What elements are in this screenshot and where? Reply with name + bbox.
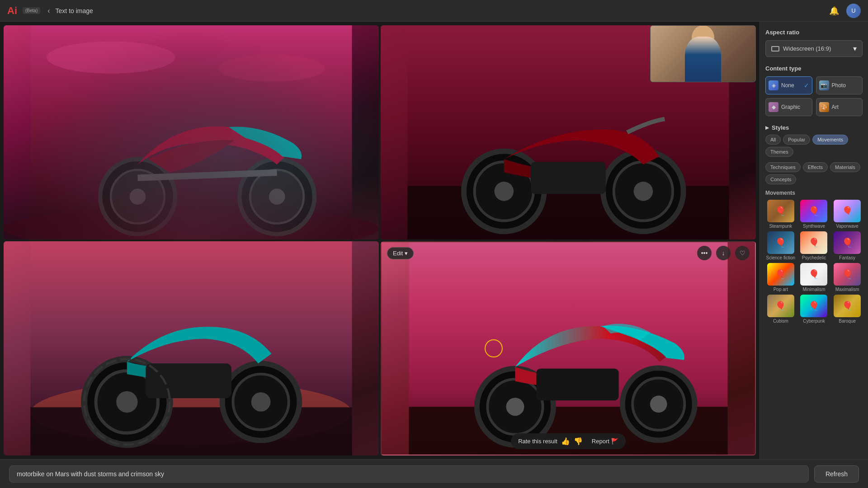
maximalism-decoration: 🎈	[834, 263, 861, 286]
filter-materials[interactable]: Materials	[830, 162, 860, 172]
content-type-art[interactable]: 🎨 Art	[816, 98, 863, 116]
content-type-photo[interactable]: 📷 Photo	[816, 76, 863, 94]
webcam-overlay	[650, 25, 756, 82]
steampunk-label: Steampunk	[769, 224, 793, 229]
minimalism-decoration: 🎈	[800, 263, 827, 286]
filter-popular[interactable]: Popular	[783, 135, 810, 145]
rate-bar: Rate this result 👍 👎 Report 🚩	[511, 433, 626, 449]
style-thumb-steampunk: 🎈	[767, 200, 794, 222]
synthwave-decoration: 🎈	[800, 200, 827, 222]
cyberpunk-label: Cyberpunk	[803, 319, 825, 324]
style-item-cubism[interactable]: 🎈 Cubism	[765, 295, 796, 324]
style-thumb-maximalism: 🎈	[834, 263, 861, 286]
filter-concepts[interactable]: Concepts	[765, 174, 796, 184]
none-check: ✓	[804, 82, 809, 89]
main-layout: Edit ▾ ••• ↓ ♡ Rate this result 👍 👎 R	[0, 22, 868, 459]
style-item-vaporwave[interactable]: 🎈 Vaporwave	[832, 200, 863, 229]
synthwave-label: Synthwave	[803, 224, 825, 229]
more-options-button[interactable]: •••	[697, 246, 712, 260]
webcam-person-body	[685, 37, 721, 82]
minimalism-label: Minimalism	[802, 287, 825, 292]
thumbs-down-button[interactable]: 👎	[574, 437, 583, 446]
graphic-label: Graphic	[781, 104, 800, 110]
edit-button[interactable]: Edit ▾	[387, 247, 414, 259]
style-thumb-scifi: 🎈	[767, 231, 794, 254]
fantasy-decoration: 🎈	[834, 231, 861, 254]
right-panel: Aspect ratio Widescreen (16:9) ▾ Content…	[760, 22, 868, 459]
style-item-cyberpunk[interactable]: 🎈 Cyberpunk	[799, 295, 830, 324]
filter-movements[interactable]: Movements	[812, 135, 848, 145]
style-item-maximalism[interactable]: 🎈 Maximalism	[832, 263, 863, 292]
refresh-button[interactable]: Refresh	[814, 465, 859, 483]
svg-point-4	[130, 188, 146, 205]
style-item-baroque[interactable]: 🎈 Baroque	[832, 295, 863, 324]
motorcycle-image-bl	[4, 241, 379, 455]
svg-rect-19	[531, 162, 606, 194]
popart-decoration: 🎈	[767, 263, 794, 286]
favorite-button[interactable]: ♡	[735, 246, 750, 260]
report-button[interactable]: Report 🚩	[586, 438, 618, 445]
svg-point-38	[650, 396, 667, 413]
svg-point-18	[634, 182, 653, 201]
style-item-minimalism[interactable]: 🎈 Minimalism	[799, 263, 830, 292]
filter-techniques[interactable]: Techniques	[765, 162, 801, 172]
none-icon: ◈	[769, 80, 778, 90]
report-label: Report	[592, 438, 609, 445]
svg-point-25	[116, 391, 137, 413]
image-cell-bottom-left[interactable]	[4, 241, 379, 455]
image-cell-bottom-right[interactable]: Edit ▾ ••• ↓ ♡ Rate this result 👍 👎 R	[381, 241, 756, 455]
art-icon: 🎨	[819, 102, 829, 112]
movements-title: Movements	[765, 190, 863, 196]
filter-effects[interactable]: Effects	[803, 162, 828, 172]
adobe-logo: Ai	[7, 5, 17, 17]
style-thumb-cubism: 🎈	[767, 295, 794, 317]
image-cell-top-left[interactable]	[4, 25, 379, 239]
prompt-input[interactable]	[9, 465, 809, 483]
steampunk-decoration: 🎈	[767, 200, 794, 222]
notification-icon[interactable]: 🔔	[829, 6, 839, 16]
avatar[interactable]: U	[846, 4, 861, 18]
svg-point-15	[494, 182, 514, 201]
style-filters-row1: All Popular Movements Themes	[765, 135, 863, 157]
edit-label: Edit	[393, 250, 403, 257]
style-thumb-cyberpunk: 🎈	[800, 295, 827, 317]
style-filters-row2: Techniques Effects Materials Concepts	[765, 162, 863, 184]
svg-point-2	[100, 159, 175, 234]
vaporwave-label: Vaporwave	[836, 224, 859, 229]
content-type-graphic[interactable]: ◆ Graphic	[765, 98, 812, 116]
content-type-none[interactable]: ◈ None ✓	[765, 76, 812, 94]
style-item-steampunk[interactable]: 🎈 Steampunk	[765, 200, 796, 229]
aspect-ratio-selected: Widescreen (16:9)	[771, 45, 831, 52]
svg-point-1	[4, 207, 379, 239]
style-thumb-synthwave: 🎈	[800, 200, 827, 222]
style-item-synthwave[interactable]: 🎈 Synthwave	[799, 200, 830, 229]
styles-section-title: Styles	[765, 124, 863, 131]
back-button[interactable]: ‹	[47, 7, 50, 15]
maximalism-label: Maximalism	[835, 287, 859, 292]
svg-point-9	[47, 42, 175, 74]
svg-point-28	[251, 392, 271, 412]
svg-point-3	[111, 170, 165, 224]
aspect-ratio-dropdown[interactable]: Widescreen (16:9) ▾	[765, 40, 863, 57]
filter-all[interactable]: All	[765, 135, 781, 145]
thumbs-up-button[interactable]: 👍	[561, 437, 570, 446]
none-label: None	[781, 82, 794, 89]
style-thumb-vaporwave: 🎈	[834, 200, 861, 222]
psychedelic-decoration: 🎈	[800, 231, 827, 254]
styles-label: Styles	[772, 124, 789, 131]
filter-themes[interactable]: Themes	[765, 147, 793, 157]
style-item-psychedelic[interactable]: 🎈 Psychedelic	[799, 231, 830, 260]
style-item-science-fiction[interactable]: 🎈 Science fiction	[765, 231, 796, 260]
svg-point-6	[250, 170, 304, 224]
baroque-label: Baroque	[839, 319, 856, 324]
style-item-pop-art[interactable]: 🎈 Pop art	[765, 263, 796, 292]
psychedelic-label: Psychedelic	[802, 255, 826, 260]
download-button[interactable]: ↓	[716, 246, 731, 260]
rate-label: Rate this result	[518, 438, 557, 445]
topbar-right: 🔔 U	[829, 4, 861, 18]
style-item-fantasy[interactable]: 🎈 Fantasy	[832, 231, 863, 260]
style-thumb-psychedelic: 🎈	[800, 231, 827, 254]
aspect-ratio-icon	[771, 46, 779, 52]
scifi-decoration: 🎈	[767, 231, 794, 254]
beta-badge: (Beta)	[23, 7, 40, 14]
